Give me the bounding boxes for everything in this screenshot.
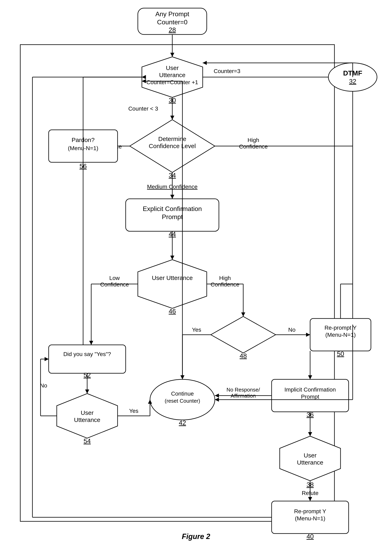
node28-id: 28 bbox=[169, 26, 176, 34]
node34-line1: Determine bbox=[158, 136, 186, 142]
refute-label: Refute bbox=[302, 490, 319, 496]
highconf1-label2: Confidence bbox=[239, 144, 268, 150]
svg-marker-50 bbox=[308, 432, 312, 436]
diagram-container: Any Prompt Counter=0 28 User Utterance C… bbox=[0, 0, 392, 553]
node46-id: 46 bbox=[169, 308, 176, 315]
yes2-label: Yes bbox=[129, 408, 139, 414]
node54-line1: User bbox=[81, 409, 93, 416]
node32-id: 32 bbox=[349, 78, 356, 85]
node30-line1: User bbox=[166, 65, 179, 71]
node42-line2: (reset Counter) bbox=[165, 398, 200, 404]
node50-line2: (Menu-N=1) bbox=[325, 332, 356, 338]
node36-line1: Implicit Confirmation bbox=[284, 387, 336, 393]
lowconf2-label-line1: Low bbox=[109, 275, 120, 281]
node30-line3: Counter=Counter +1 bbox=[146, 79, 198, 86]
node46-line1: User Utterance bbox=[152, 274, 193, 281]
node30-line2: Utterance bbox=[159, 72, 185, 78]
highconf2-label2: Confidence bbox=[210, 281, 239, 288]
node36-line2: Prompt bbox=[301, 394, 319, 400]
svg-marker-66 bbox=[45, 357, 49, 361]
flowchart-svg: Any Prompt Counter=0 28 User Utterance C… bbox=[0, 0, 392, 553]
counter3-label: Counter=3 bbox=[214, 68, 240, 74]
node38-line2: Utterance bbox=[297, 459, 323, 466]
noresponse-label2: Affirmation bbox=[231, 393, 256, 399]
svg-marker-77 bbox=[215, 398, 219, 402]
svg-marker-46 bbox=[308, 375, 312, 379]
svg-marker-21 bbox=[138, 260, 207, 308]
highconf1-label: High bbox=[247, 137, 259, 143]
lowconf2-label-line2: Confidence bbox=[100, 281, 129, 288]
svg-marker-61 bbox=[85, 389, 89, 394]
svg-marker-20 bbox=[170, 256, 174, 260]
node52-line1: Did you say "Yes"? bbox=[63, 351, 111, 357]
no1-label: No bbox=[288, 327, 295, 333]
no2-label: No bbox=[40, 382, 47, 389]
node42-line1: Continue bbox=[171, 390, 194, 397]
svg-marker-39 bbox=[203, 61, 207, 65]
svg-marker-24 bbox=[89, 341, 93, 345]
svg-marker-48 bbox=[215, 394, 219, 398]
svg-marker-10 bbox=[170, 116, 174, 120]
svg-marker-53 bbox=[308, 497, 312, 501]
svg-rect-59 bbox=[49, 345, 126, 373]
counterLt3-label: Counter < 3 bbox=[128, 106, 158, 112]
svg-marker-17 bbox=[170, 195, 174, 199]
node28-line2: Counter=0 bbox=[157, 18, 188, 26]
node44-line2: Prompt bbox=[162, 213, 183, 221]
node38-line1: User bbox=[304, 452, 316, 459]
node50-id: 50 bbox=[337, 350, 344, 358]
svg-marker-28 bbox=[211, 316, 276, 353]
svg-marker-3 bbox=[170, 53, 174, 57]
node40-line1: Re-prompt Y bbox=[294, 508, 326, 514]
noresponse-label1: No Response/ bbox=[227, 387, 260, 393]
node44-line1: Explicit Confirmation bbox=[143, 205, 202, 212]
node34-line2: Confidence Level bbox=[149, 143, 196, 149]
svg-marker-33 bbox=[306, 333, 310, 337]
node54-id: 54 bbox=[84, 437, 91, 445]
node40-line2: (Menu-N=1) bbox=[295, 515, 325, 522]
svg-marker-27 bbox=[241, 312, 245, 316]
node28-line1: Any Prompt bbox=[155, 10, 189, 18]
node54-line2: Utterance bbox=[74, 417, 100, 423]
highconf2-label: High bbox=[219, 275, 231, 281]
yes1-label: Yes bbox=[192, 327, 201, 333]
node40-id: 40 bbox=[307, 533, 314, 540]
node48-id: 48 bbox=[240, 352, 247, 359]
medconf-label: Medium Confidence bbox=[147, 184, 197, 190]
figure-caption: Figure 2 bbox=[182, 532, 210, 541]
node42-id: 42 bbox=[179, 419, 186, 426]
node50-line1: Re-prompt Y bbox=[324, 325, 357, 331]
